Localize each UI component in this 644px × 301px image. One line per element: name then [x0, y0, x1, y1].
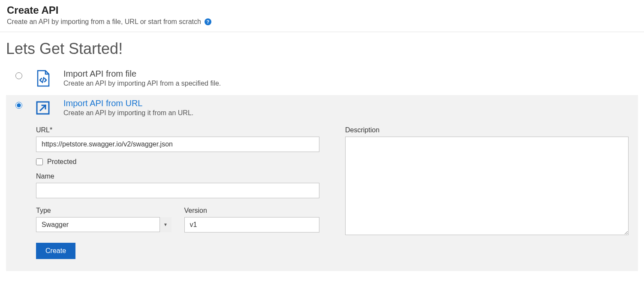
- page-title: Create API: [7, 4, 637, 16]
- radio-wrap-file: [15, 69, 22, 81]
- page-header: Create API Create an API by importing fr…: [0, 0, 644, 32]
- form-column-left: URL* Protected Name Type Swagger: [36, 125, 319, 259]
- type-version-row: Type Swagger ▼ Version: [36, 205, 319, 232]
- version-label: Version: [184, 207, 320, 215]
- protected-checkbox[interactable]: [36, 158, 43, 165]
- import-url-form: URL* Protected Name Type Swagger: [6, 125, 638, 271]
- help-icon[interactable]: ?: [205, 18, 211, 25]
- form-columns: URL* Protected Name Type Swagger: [15, 125, 629, 259]
- protected-label[interactable]: Protected: [47, 158, 76, 166]
- name-label: Name: [36, 173, 319, 180]
- section-heading: Lets Get Started!: [6, 40, 638, 58]
- option-url-desc: Create an API by importing it from an UR…: [63, 109, 629, 117]
- type-label: Type: [36, 207, 172, 215]
- option-url-text: Import API from URL Create an API by imp…: [63, 98, 629, 117]
- type-select[interactable]: Swagger: [36, 217, 172, 232]
- option-file-desc: Create an API by importing API from a sp…: [63, 80, 629, 87]
- type-select-wrap: Swagger ▼: [36, 217, 172, 232]
- url-label: URL*: [36, 126, 319, 134]
- option-import-url[interactable]: Import API from URL Create an API by imp…: [6, 95, 638, 125]
- create-button[interactable]: Create: [36, 243, 75, 259]
- option-file-text: Import API from file Create an API by im…: [63, 69, 629, 87]
- version-input[interactable]: [184, 217, 320, 232]
- option-url-title: Import API from URL: [63, 98, 629, 108]
- radio-import-file[interactable]: [15, 72, 22, 79]
- option-file-title: Import API from file: [63, 69, 629, 79]
- type-field: Type Swagger ▼: [36, 205, 172, 232]
- file-code-icon: [34, 70, 51, 87]
- url-input[interactable]: [36, 137, 319, 152]
- form-column-right: Description: [345, 125, 629, 259]
- name-input[interactable]: [36, 183, 319, 198]
- external-link-icon: [34, 99, 51, 116]
- description-label: Description: [345, 126, 629, 134]
- main-content: Lets Get Started! Import API from file C…: [0, 32, 644, 271]
- version-field: Version: [184, 205, 320, 232]
- description-textarea[interactable]: [345, 137, 629, 235]
- protected-row: Protected: [36, 158, 319, 166]
- option-import-file[interactable]: Import API from file Create an API by im…: [6, 66, 638, 95]
- page-subtitle-text: Create an API by importing from a file, …: [7, 18, 201, 26]
- svg-line-0: [42, 77, 44, 83]
- radio-import-url[interactable]: [15, 102, 22, 109]
- radio-wrap-url: [15, 98, 22, 110]
- page-subtitle: Create an API by importing from a file, …: [7, 18, 637, 26]
